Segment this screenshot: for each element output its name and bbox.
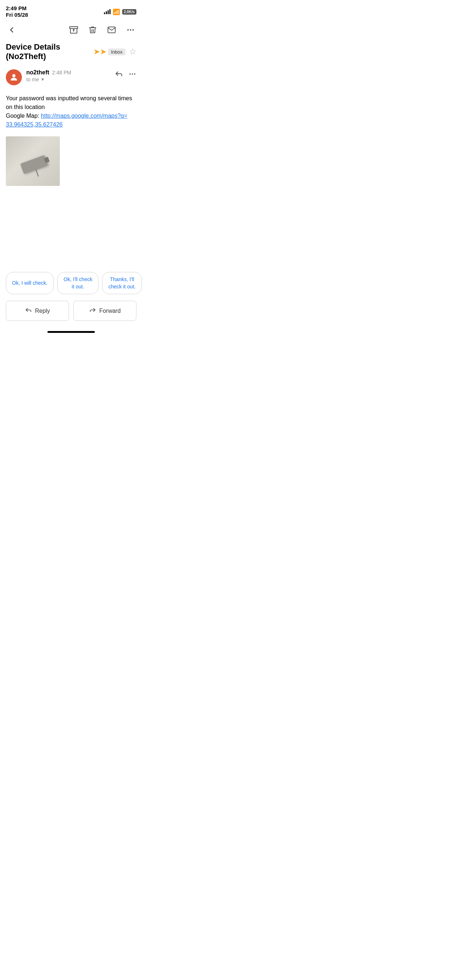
action-buttons: Reply Forward [0, 298, 142, 328]
svg-point-2 [127, 29, 129, 30]
device-body-shape [20, 155, 48, 174]
battery-speed: 2.0K/s [122, 9, 136, 14]
to-me-chevron-icon: ▼ [40, 77, 45, 82]
sender-actions [115, 69, 136, 80]
svg-point-5 [13, 74, 16, 77]
smart-reply-2[interactable]: Ok, I'll checkit out. [57, 272, 99, 294]
quick-reply-button[interactable] [115, 69, 123, 80]
star-button[interactable]: ☆ [129, 47, 136, 57]
sender-name-row: no2theft 2:48 PM [26, 69, 110, 76]
forward-button[interactable]: Forward [73, 301, 136, 321]
sender-info: no2theft 2:48 PM to me ▼ [26, 69, 110, 83]
wifi-icon: 📶 [113, 8, 120, 15]
svg-point-3 [130, 29, 131, 30]
email-subject: Device Details (No2Theft) [6, 42, 90, 61]
to-me-text: to me [26, 76, 39, 83]
email-body: Your password was inputted wrong several… [0, 89, 142, 133]
device-image [6, 136, 60, 186]
home-indicator [0, 328, 142, 337]
status-bar: 2:49 PM Fri 05/28 📶 2.0K/s [0, 0, 142, 21]
sender-row: no2theft 2:48 PM to me ▼ [0, 65, 142, 89]
svg-point-7 [132, 73, 133, 75]
map-label: Google Map: [6, 113, 39, 119]
priority-arrow-icon: ➤➤ [93, 47, 107, 57]
more-options-button[interactable] [125, 24, 136, 36]
forward-label: Forward [99, 308, 121, 314]
forward-icon [89, 306, 96, 315]
reply-label: Reply [35, 308, 50, 314]
status-date: Fri 05/28 [6, 12, 28, 18]
back-button[interactable] [6, 24, 18, 36]
delete-button[interactable] [87, 24, 99, 36]
email-body-text: Your password was inputted wrong several… [6, 94, 136, 129]
device-illustration [6, 136, 60, 186]
sender-time: 2:48 PM [52, 70, 71, 75]
smart-reply-1[interactable]: Ok, I will check. [6, 272, 54, 294]
svg-point-4 [132, 29, 134, 30]
smart-replies: Ok, I will check. Ok, I'll checkit out. … [0, 266, 142, 298]
inbox-badge: ➤➤ Inbox [93, 47, 126, 57]
toolbar-right [68, 24, 136, 36]
inbox-label: Inbox [108, 48, 126, 56]
sender-name: no2theft [26, 69, 49, 76]
reply-icon [25, 306, 32, 315]
smart-reply-3[interactable]: Thanks, I'llcheck it out. [102, 272, 142, 294]
email-more-button[interactable] [128, 70, 136, 80]
status-icons: 📶 2.0K/s [104, 8, 136, 15]
archive-button[interactable] [68, 24, 80, 36]
reply-button[interactable]: Reply [6, 301, 69, 321]
sender-avatar [6, 69, 22, 85]
toolbar-left [6, 24, 18, 36]
svg-point-6 [129, 73, 131, 75]
svg-point-8 [134, 73, 136, 75]
email-toolbar [0, 21, 142, 40]
email-subject-row: Device Details (No2Theft) ➤➤ Inbox ☆ [0, 40, 142, 65]
status-time: 2:49 PM [6, 5, 28, 12]
status-time-date: 2:49 PM Fri 05/28 [6, 5, 28, 18]
signal-icon [104, 9, 110, 14]
email-attachment[interactable] [0, 133, 142, 193]
svg-rect-0 [70, 27, 78, 29]
home-bar [48, 331, 95, 333]
mark-unread-button[interactable] [106, 24, 118, 36]
to-me-button[interactable]: to me ▼ [26, 76, 110, 83]
